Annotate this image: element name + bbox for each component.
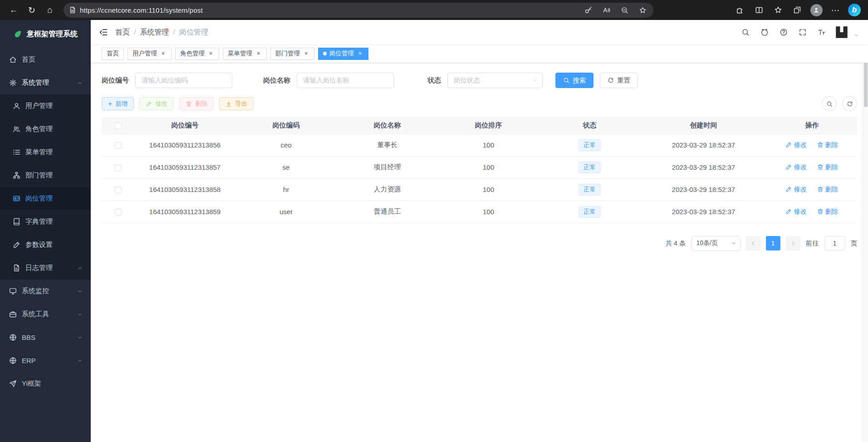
cell-created-time: 2023-03-29 18:52:37 — [640, 178, 767, 201]
sidebar-item-param-settings[interactable]: 参数设置 — [0, 233, 91, 256]
extensions-icon[interactable] — [732, 2, 748, 18]
row-edit-button[interactable]: 修改 — [785, 207, 807, 216]
header-search-icon[interactable] — [737, 24, 754, 41]
user-avatar-logo[interactable] — [833, 23, 851, 41]
status-select[interactable]: 岗位状态 — [447, 73, 543, 88]
tab-close-icon[interactable]: × — [207, 50, 214, 57]
search-button[interactable]: 搜索 — [555, 73, 593, 88]
tab-dept-management[interactable]: 部门管理 × — [270, 48, 314, 60]
sidebar-item-erp[interactable]: ERP — [0, 349, 91, 372]
row-edit-button[interactable]: 修改 — [785, 163, 807, 172]
sidebar-item-yi-framework[interactable]: Yi框架 — [0, 372, 91, 395]
row-delete-button[interactable]: 删除 — [817, 185, 839, 194]
sidebar-item-label: 参数设置 — [25, 241, 53, 249]
tab-close-icon[interactable]: × — [160, 50, 167, 57]
back-button[interactable]: ← — [5, 2, 22, 18]
sidebar-item-label: 系统工具 — [22, 310, 49, 319]
reload-button[interactable]: ↻ — [24, 2, 40, 18]
page-size-select[interactable]: 10条/页 — [691, 236, 740, 251]
font-size-icon[interactable] — [814, 24, 830, 41]
site-info-icon[interactable] — [69, 6, 76, 14]
tab-role-management[interactable]: 角色管理 × — [175, 48, 219, 60]
row-checkbox[interactable] — [115, 209, 122, 216]
page-number-1[interactable]: 1 — [766, 236, 780, 250]
tab-close-icon[interactable]: × — [303, 50, 309, 57]
row-checkbox[interactable] — [115, 187, 122, 193]
row-edit-button[interactable]: 修改 — [785, 141, 807, 149]
tab-close-icon[interactable]: × — [357, 50, 363, 57]
favorite-star-icon[interactable] — [635, 4, 650, 16]
user-icon — [13, 102, 20, 110]
post-code-input[interactable] — [135, 73, 232, 88]
sidebar-item-label: 日志管理 — [25, 264, 53, 272]
window-scrollbar[interactable] — [863, 20, 868, 442]
tab-post-management[interactable]: 岗位管理 × — [318, 48, 368, 60]
bing-copilot-icon[interactable]: b — [846, 2, 863, 18]
cell-post-name: 董事长 — [337, 134, 438, 156]
reset-button[interactable]: 重置 — [600, 73, 638, 88]
cell-post-code: hr — [235, 178, 337, 201]
fullscreen-icon[interactable] — [794, 24, 811, 41]
user-menu-caret-icon[interactable] — [853, 33, 859, 38]
breadcrumb-home[interactable]: 首页 — [115, 28, 130, 37]
url-text[interactable]: https://ccnetcore.com:1101/system/post — [80, 6, 577, 14]
next-page-button[interactable] — [786, 236, 800, 250]
toggle-search-button[interactable] — [822, 96, 837, 111]
address-bar[interactable]: https://ccnetcore.com:1101/system/post — [64, 3, 653, 18]
split-screen-icon[interactable] — [751, 2, 767, 18]
sidebar-item-log-management[interactable]: 日志管理 — [0, 256, 91, 280]
form-item-post-code: 岗位编号 — [102, 73, 232, 88]
sidebar-item-label: 部门管理 — [25, 171, 53, 180]
sidebar-item-home[interactable]: 首页 — [0, 48, 91, 71]
refresh-table-button[interactable] — [842, 96, 857, 111]
sidebar-fold-icon[interactable] — [99, 28, 108, 37]
read-aloud-icon[interactable] — [599, 4, 613, 16]
profile-avatar[interactable] — [808, 2, 824, 18]
export-button[interactable]: 导出 — [219, 97, 254, 110]
collections-icon[interactable] — [789, 2, 805, 18]
sidebar-item-role-management[interactable]: 角色管理 — [0, 118, 91, 141]
chevron-down-icon — [77, 312, 83, 317]
add-button[interactable]: + 新增 — [102, 97, 134, 110]
row-edit-button[interactable]: 修改 — [785, 185, 807, 194]
sidebar-item-bbs[interactable]: BBS — [0, 326, 91, 349]
breadcrumb-current: 岗位管理 — [179, 28, 208, 37]
row-checkbox[interactable] — [115, 164, 122, 171]
sidebar-item-user-management[interactable]: 用户管理 — [0, 94, 91, 118]
tab-home[interactable]: 首页 — [102, 48, 124, 60]
sidebar-item-post-management[interactable]: 岗位管理 — [0, 187, 91, 210]
col-post-id: 岗位编号 — [134, 117, 235, 134]
add-button-label: 新增 — [115, 100, 128, 108]
sidebar-item-system-tools[interactable]: 系统工具 — [0, 303, 91, 326]
more-menu-icon[interactable]: ⋯ — [827, 2, 843, 18]
sidebar-item-system-management[interactable]: 系统管理 — [0, 71, 91, 94]
sidebar-item-system-monitor[interactable]: 系统监控 — [0, 280, 91, 303]
row-delete-button[interactable]: 删除 — [817, 207, 839, 216]
sidebar-item-dict-management[interactable]: 字典管理 — [0, 210, 91, 233]
tab-close-icon[interactable]: × — [255, 50, 262, 57]
browser-home-button[interactable]: ⌂ — [42, 2, 58, 18]
sidebar-item-menu-management[interactable]: 菜单管理 — [0, 141, 91, 164]
goto-page-input[interactable] — [824, 236, 845, 250]
zoom-out-icon[interactable] — [617, 4, 632, 16]
table-row: 1641030593112313856 ceo 董事长 100 正常 2023-… — [102, 134, 857, 156]
prev-page-button[interactable] — [746, 236, 760, 250]
row-checkbox[interactable] — [115, 142, 122, 149]
tab-user-management[interactable]: 用户管理 × — [128, 48, 172, 60]
breadcrumb-system[interactable]: 系统管理 — [140, 28, 169, 37]
tab-menu-management[interactable]: 菜单管理 × — [223, 48, 267, 60]
row-delete-button[interactable]: 删除 — [817, 141, 839, 149]
help-question-icon[interactable] — [775, 24, 792, 41]
github-icon[interactable] — [756, 24, 773, 41]
sidebar-item-label: 角色管理 — [25, 125, 53, 133]
form-item-post-name: 岗位名称 — [263, 73, 394, 88]
delete-button[interactable]: 删除 — [179, 97, 214, 110]
row-delete-button[interactable]: 删除 — [817, 163, 839, 172]
favorites-icon[interactable] — [770, 2, 786, 18]
post-name-input[interactable] — [297, 73, 394, 88]
globe-icon — [9, 334, 17, 341]
edit-button[interactable]: 修改 — [139, 97, 174, 110]
select-all-checkbox[interactable] — [115, 123, 122, 129]
sidebar-item-dept-management[interactable]: 部门管理 — [0, 164, 91, 187]
password-key-icon[interactable] — [581, 4, 595, 16]
